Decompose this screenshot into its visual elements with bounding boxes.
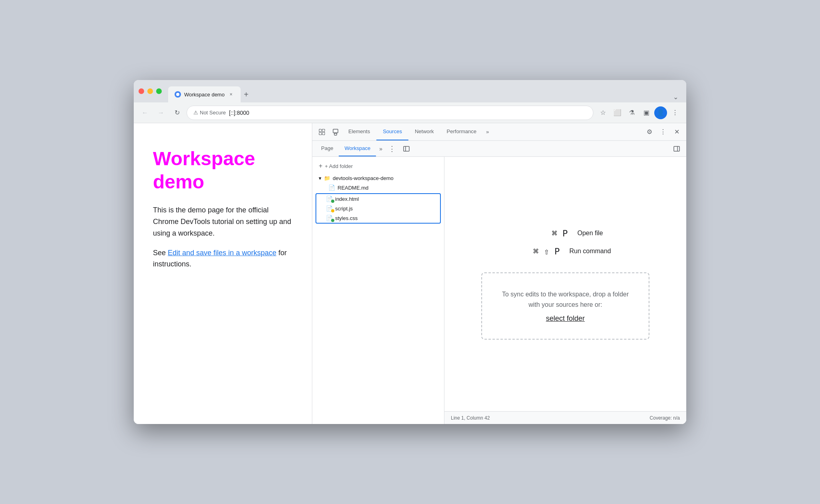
tab-bar: Workspace demo × + ⌄ [168, 80, 681, 102]
cursor-position: Line 1, Column 42 [451, 415, 490, 421]
file-icon-css: 📄 [326, 215, 333, 221]
subtab-menu-button[interactable]: ⋮ [386, 142, 398, 155]
inspect-element-icon[interactable] [316, 126, 328, 138]
subtab-page[interactable]: Page [316, 141, 339, 156]
more-subtabs-button[interactable]: » [376, 146, 386, 152]
link-prefix: See [153, 249, 168, 257]
device-toolbar-icon[interactable] [329, 126, 342, 138]
close-devtools-icon[interactable]: ✕ [670, 126, 683, 138]
tab-network[interactable]: Network [408, 123, 440, 140]
new-tab-button[interactable]: + [241, 87, 252, 102]
security-indicator: ⚠ Not Secure [193, 110, 226, 116]
devtools-topbar: Elements Sources Network Performance » ⚙ [312, 123, 686, 141]
file-group-highlight: 📄 index.html 📄 script.js [316, 193, 441, 224]
traffic-lights [139, 88, 162, 94]
file-item-index[interactable]: 📄 index.html [316, 194, 440, 204]
file-icon-js: 📄 [326, 205, 333, 212]
active-tab[interactable]: Workspace demo × [168, 86, 241, 102]
page-description: This is the demo page for the official C… [153, 204, 293, 239]
shortcut-keys-run: ⌘ ⇧ P [520, 246, 560, 256]
subtab-workspace[interactable]: Workspace [339, 141, 376, 156]
refresh-button[interactable]: ↻ [171, 106, 183, 119]
file-icon-plain: 📄 [328, 184, 335, 191]
menu-icon[interactable]: ⋮ [669, 106, 681, 119]
bookmark-icon[interactable]: ☆ [597, 106, 609, 119]
shortcut-open-file: ⌘ P Open file [528, 228, 603, 238]
file-icon-html: 📄 [326, 196, 333, 202]
svg-rect-1 [319, 129, 322, 132]
forward-button[interactable]: → [155, 106, 167, 119]
shortcut-run-command: ⌘ ⇧ P Run command [520, 246, 611, 256]
status-bar: Line 1, Column 42 Coverage: n/a [444, 411, 686, 424]
collapse-sidebar-button[interactable] [670, 142, 683, 155]
nav-icons: ☆ ⬜ ⚗ ▣ 👤 ⋮ [597, 106, 681, 119]
file-item-readme[interactable]: 📄 README.md [312, 183, 444, 192]
folder-tree: ▾ 📁 devtools-workspace-demo 📄 README.md [312, 172, 444, 226]
drop-zone-text: To sync edits to the workspace, drop a f… [501, 289, 629, 310]
title-bar: Workspace demo × + ⌄ [134, 80, 686, 102]
tab-performance[interactable]: Performance [440, 123, 483, 140]
coverage-status: Coverage: n/a [650, 415, 680, 421]
devtools-left-icons [316, 126, 342, 138]
svg-rect-2 [322, 129, 325, 132]
file-tree-panel: + + Add folder ▾ 📁 devtools-workspace-de… [312, 157, 444, 424]
svg-rect-8 [404, 146, 409, 151]
svg-rect-5 [333, 129, 338, 133]
minimize-button[interactable] [147, 88, 153, 94]
back-button[interactable]: ← [139, 106, 151, 119]
close-button[interactable] [139, 88, 144, 94]
settings-icon[interactable]: ⚙ [643, 126, 656, 138]
split-view-icon[interactable]: ▣ [640, 106, 653, 119]
code-area: ⌘ P Open file ⌘ ⇧ P Run command To sync … [444, 157, 686, 424]
folder-icon: 📁 [324, 175, 330, 181]
devtools-tabs: Elements Sources Network Performance » [342, 123, 643, 140]
profile-button[interactable]: 👤 [654, 106, 667, 119]
address-bar[interactable]: ⚠ Not Secure [::]:8000 [187, 106, 593, 120]
workspace-link[interactable]: Edit and save files in a workspace [168, 249, 276, 257]
shortcut-label-open: Open file [577, 230, 603, 237]
svg-rect-10 [674, 146, 679, 151]
lab-icon[interactable]: ⚗ [625, 106, 638, 119]
chevron-down-icon: ▾ [319, 175, 322, 181]
svg-point-0 [176, 93, 179, 96]
not-secure-label: Not Secure [200, 110, 226, 116]
devtools-body: + + Add folder ▾ 📁 devtools-workspace-de… [312, 157, 686, 424]
shortcut-label-run: Run command [569, 248, 611, 255]
tab-menu-button[interactable]: ⌄ [670, 92, 681, 102]
drop-zone[interactable]: To sync edits to the workspace, drop a f… [481, 272, 649, 340]
folder-item[interactable]: ▾ 📁 devtools-workspace-demo [312, 174, 444, 183]
url-text: [::]:8000 [229, 110, 249, 116]
svg-rect-3 [319, 132, 322, 135]
page-content: Workspace demo This is the demo page for… [134, 123, 312, 424]
shortcut-keys-open: ⌘ P [528, 228, 568, 238]
warning-icon: ⚠ [193, 110, 198, 116]
tab-close-button[interactable]: × [228, 91, 234, 98]
devtools-right-icons: ⚙ ⋮ ✕ [643, 126, 683, 138]
add-folder-button[interactable]: + + Add folder [312, 160, 444, 172]
sidebar-toggle-icon[interactable] [400, 142, 413, 155]
main-content: Workspace demo This is the demo page for… [134, 123, 686, 424]
page-title: Workspace demo [153, 147, 293, 193]
add-icon: + [319, 162, 322, 170]
devtools-panel: Elements Sources Network Performance » ⚙ [312, 123, 686, 424]
tab-favicon [175, 91, 181, 98]
file-item-styles[interactable]: 📄 styles.css [316, 213, 440, 223]
code-main: ⌘ P Open file ⌘ ⇧ P Run command To sync … [444, 157, 686, 411]
tab-title: Workspace demo [184, 92, 225, 98]
tab-elements[interactable]: Elements [342, 123, 376, 140]
more-tabs-button[interactable]: » [483, 123, 492, 140]
page-link-text: See Edit and save files in a workspace f… [153, 247, 293, 270]
extensions-icon[interactable]: ⬜ [611, 106, 624, 119]
maximize-button[interactable] [156, 88, 162, 94]
more-options-icon[interactable]: ⋮ [657, 126, 669, 138]
browser-window: Workspace demo × + ⌄ ← → ↻ ⚠ Not Secure … [134, 80, 686, 424]
file-item-script[interactable]: 📄 script.js [316, 204, 440, 213]
select-folder-link[interactable]: select folder [546, 314, 585, 322]
devtools-subheader: Page Workspace » ⋮ [312, 141, 686, 157]
tab-sources[interactable]: Sources [376, 123, 408, 140]
svg-rect-4 [322, 132, 325, 135]
nav-bar: ← → ↻ ⚠ Not Secure [::]:8000 ☆ ⬜ ⚗ ▣ 👤 ⋮ [134, 102, 686, 123]
